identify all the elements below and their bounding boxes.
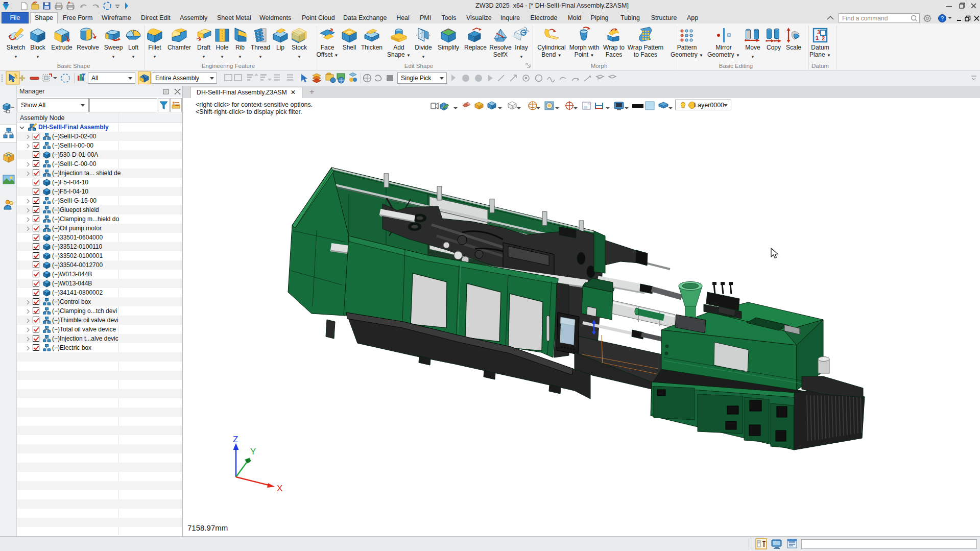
svg-text:X: X xyxy=(277,484,282,493)
svg-text:?: ? xyxy=(941,15,944,21)
svg-text:2: 2 xyxy=(822,35,825,41)
svg-text:1: 1 xyxy=(816,35,819,41)
svg-text:Z: Z xyxy=(233,435,238,444)
svg-text:Y: Y xyxy=(250,447,256,457)
